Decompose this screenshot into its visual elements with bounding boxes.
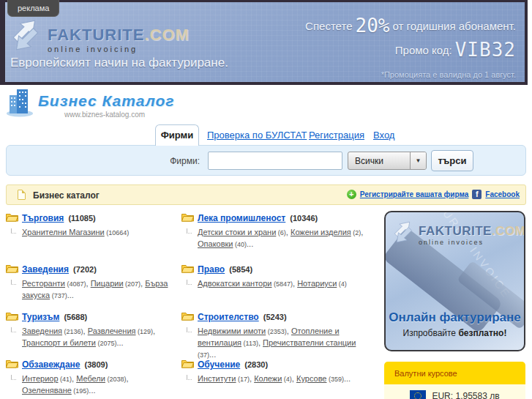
subcategory-link[interactable]: Хранителни Магазини	[22, 228, 105, 236]
sidebar-ad-name: FAKTURITE	[419, 224, 492, 238]
category-title-link[interactable]: Туризъм	[22, 312, 59, 322]
category-subcategories: Хранителни Магазини (10664)	[22, 227, 171, 239]
plus-icon: +	[347, 190, 356, 199]
subfolder-corner-icon	[11, 327, 16, 332]
category-item: Обучение (2830) Институти (17), Колежи (…	[181, 357, 381, 399]
subcategory-link[interactable]: Заведения	[22, 327, 62, 335]
subcategory-count: (129)	[136, 328, 154, 335]
category-head: Строителство (5243)	[198, 310, 370, 323]
fakturite-tagline: online invoicing	[48, 45, 190, 53]
currency-rates-body: EUR: 1.95583 лв	[384, 384, 525, 399]
subcategory-link[interactable]: Колежи	[254, 374, 282, 383]
category-subcategories: Детски стоки и храни (6), Кожени изделия…	[198, 227, 370, 250]
folder-icon	[181, 212, 194, 225]
fakturite-logo-text: FAKTURITE.COM online invoicing	[48, 18, 190, 56]
promo-code: VIB32	[455, 39, 516, 61]
category-title-link[interactable]: Строителство	[198, 312, 259, 322]
subcategory-link[interactable]: Детски стоки и храни	[198, 228, 276, 236]
subcategory-count: (207)	[124, 280, 141, 288]
category-count: (2830)	[242, 360, 268, 369]
tab-firmi[interactable]: Фирми	[155, 124, 199, 146]
sidebar-ad-tagline: online invoices	[419, 239, 525, 246]
sidebar-ad-cta-bold: безплатно!	[458, 328, 506, 338]
subcategory-link[interactable]: Курсове	[296, 374, 326, 383]
folder-icon	[181, 310, 194, 324]
promo-line: Промо код:VIB32	[305, 39, 516, 61]
subcategory-count: (6)	[276, 229, 286, 236]
subfolder-corner-icon	[11, 280, 16, 285]
category-subcategories: Заведения (2136), Развлечения (129), Тра…	[22, 326, 171, 349]
subcategory-link[interactable]: Мебели	[76, 374, 105, 383]
subcategory-link[interactable]: Нотариуси	[297, 279, 337, 288]
fakturite-arrows-icon	[9, 18, 42, 56]
category-title-link[interactable]: Заведения	[22, 264, 69, 275]
subcategory-link[interactable]: Развлечения	[88, 327, 136, 335]
subcategory-count: (4)	[282, 376, 292, 383]
fakturite-ad-banner[interactable]: реклама FAKTURITE.COM online invoicing Е…	[0, 0, 528, 85]
category-title-link[interactable]: Право	[198, 264, 225, 275]
nav-link-login[interactable]: Вход	[373, 130, 394, 141]
nav-link-bulstat[interactable]: Проверка по БУЛСТАТ	[207, 130, 307, 141]
chevron-down-icon[interactable]: ▼	[410, 152, 426, 169]
subfolder-corner-icon	[187, 280, 192, 285]
category-count: (11085)	[66, 214, 95, 223]
subcategory-count: (2038)	[105, 376, 127, 383]
eu-flag-icon	[410, 390, 426, 399]
subcategory-link[interactable]: Опаковки	[198, 239, 233, 248]
category-subcategories: Ресторанти (4087), Пицарии (207), Бърза …	[22, 278, 171, 302]
folder-icon	[6, 310, 18, 324]
subfolder-corner-icon	[187, 327, 192, 332]
facebook-link[interactable]: Facebook	[485, 190, 520, 198]
category-select[interactable]: Всички ▼	[348, 152, 427, 170]
site-url: www.biznes-katalog.com	[64, 111, 145, 119]
subcategory-link[interactable]: Институти	[198, 374, 236, 383]
nav-link-registration[interactable]: Регистрация	[309, 130, 364, 141]
buildings-icon[interactable]	[6, 87, 35, 121]
category-title-link[interactable]: Търговия	[22, 213, 64, 223]
category-subcategories: Институти (17), Колежи (4), Курсове (359…	[198, 373, 370, 385]
category-item: Лека промишленост (10346) Детски стоки и…	[181, 211, 381, 262]
search-button[interactable]: търси	[431, 150, 473, 171]
sidebar-ad-tld: .COM	[492, 224, 525, 238]
subcategory-link[interactable]: Пречиствателни станции	[263, 338, 356, 347]
category-title-link[interactable]: Лека промишленост	[198, 213, 285, 223]
register-company-link[interactable]: Регистрирайте вашата фирма	[360, 190, 468, 198]
company-search-input[interactable]	[208, 152, 342, 170]
subcategory-link[interactable]: Кожени изделия	[291, 228, 351, 236]
banner-slogan: Европейският начин на фактуриране.	[10, 56, 228, 70]
subcategory-count: (41)	[59, 376, 72, 383]
category-subcategories: Интериор (41), Мебели (2038), Озеленяван…	[22, 373, 171, 397]
subcategory-link[interactable]: Ресторанти	[22, 279, 65, 288]
category-head: Право (5854)	[198, 262, 370, 275]
subcategory-link[interactable]: Озеленяване	[22, 386, 72, 395]
category-head: Лека промишленост (10346)	[198, 211, 370, 224]
category-title-link[interactable]: Обзавеждане	[22, 359, 80, 370]
facebook-icon[interactable]: f	[472, 190, 482, 199]
search-panel: Фирми: Всички ▼ търси	[6, 145, 526, 176]
subcategory-link[interactable]: Транспорт и билети	[22, 338, 96, 347]
offer-percent: 20%	[355, 15, 389, 37]
subcategory-count: (2353)	[266, 328, 287, 335]
subcategory-link[interactable]: Адвокатски кантори	[198, 279, 272, 288]
fakturite-name: FAKTURITE	[48, 26, 144, 44]
category-head: Обзавеждане (3809)	[22, 357, 171, 370]
category-title-link[interactable]: Обучение	[198, 359, 240, 370]
promo-note: *Промоцията е валидна до 1 август.	[305, 70, 516, 79]
subcategory-count: (2075)	[96, 340, 117, 347]
category-count: (3809)	[83, 360, 108, 369]
subcategory-link[interactable]: Пицарии	[91, 279, 124, 288]
subcategory-count: (17)	[236, 376, 250, 383]
subcategory-link[interactable]: Интериор	[22, 374, 59, 383]
category-item: Заведения (7202) Ресторанти (4087), Пица…	[6, 262, 181, 310]
subcategory-link[interactable]: Недвижими имоти	[198, 327, 266, 335]
document-icon	[18, 190, 26, 200]
eur-rate-value: EUR: 1.95583 лв	[432, 390, 499, 399]
ad-badge: реклама	[7, 0, 59, 17]
sidebar-fakturite-ad[interactable]: FACTURE - INVOICE FAKTURITE.COM online i…	[384, 211, 525, 351]
subfolder-corner-icon	[187, 228, 192, 234]
subcategory-count: (737)	[50, 292, 67, 299]
category-head: Търговия (11085)	[22, 211, 171, 224]
sidebar-ad-logo: FAKTURITE.COM online invoices	[391, 220, 525, 247]
site-title[interactable]: Бизнес Каталог	[38, 92, 175, 110]
subfolder-corner-icon	[187, 375, 192, 380]
